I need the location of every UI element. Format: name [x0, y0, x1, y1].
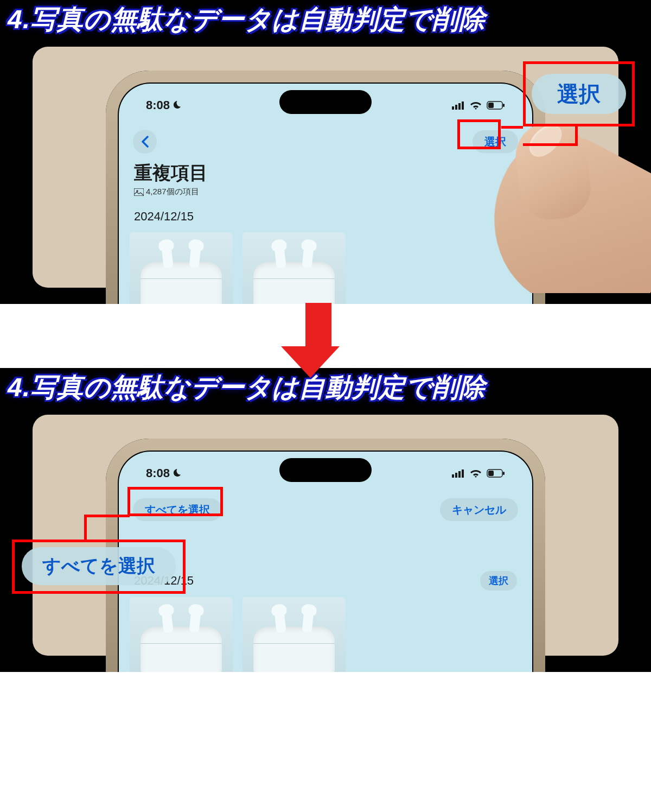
highlight-box-select [457, 119, 501, 149]
photo-thumbnail[interactable] [242, 597, 346, 672]
photo-thumbnail[interactable] [130, 232, 233, 304]
cellular-signal-icon [452, 469, 465, 478]
svg-rect-9 [452, 474, 454, 478]
highlight-box-select-all [127, 487, 223, 516]
connector-line [84, 515, 87, 542]
date-header: 2024/12/15 [134, 210, 194, 224]
photo-thumbnail[interactable] [242, 232, 346, 304]
photo-thumbnails [130, 597, 346, 672]
cellular-signal-icon [452, 101, 465, 110]
row-select-button[interactable]: 選択 [480, 571, 517, 591]
svg-rect-12 [462, 470, 464, 478]
svg-rect-14 [488, 471, 494, 476]
step-heading: 4.写真の無駄なデータは自動判定で削除 [8, 2, 486, 37]
do-not-disturb-icon [173, 468, 184, 479]
arrow-down-icon [297, 303, 340, 378]
connector-line [501, 126, 523, 129]
do-not-disturb-icon [173, 100, 184, 111]
page-title: 重複項目 [134, 161, 208, 186]
status-bar: 8:08 [119, 462, 532, 484]
svg-rect-10 [455, 473, 457, 478]
cancel-button[interactable]: キャンセル [440, 498, 518, 521]
tutorial-step-panel-1: 4.写真の無駄なデータは自動判定で削除 8:08 [0, 0, 651, 304]
svg-rect-3 [462, 101, 464, 110]
svg-rect-7 [134, 188, 144, 196]
svg-rect-5 [488, 103, 494, 108]
wifi-icon [469, 468, 482, 478]
status-bar: 8:08 [119, 94, 532, 116]
callout-box-select [523, 61, 635, 126]
tutorial-step-panel-2: 4.写真の無駄なデータは自動判定で削除 8:08 [0, 368, 651, 672]
connector-line [523, 143, 578, 146]
status-time: 8:08 [146, 98, 170, 112]
connector-line [575, 126, 578, 145]
svg-rect-2 [458, 103, 461, 110]
svg-rect-6 [503, 104, 505, 107]
photos-icon [134, 188, 144, 196]
svg-rect-11 [458, 471, 461, 478]
item-count: 4,287個の項目 [146, 187, 199, 197]
connector-line [84, 515, 130, 517]
battery-icon [487, 469, 505, 478]
photo-thumbnail[interactable] [130, 597, 233, 672]
back-button[interactable] [133, 130, 157, 154]
photo-thumbnails [130, 232, 346, 304]
step-heading: 4.写真の無駄なデータは自動判定で削除 [8, 370, 486, 405]
wifi-icon [469, 100, 482, 110]
svg-point-8 [136, 190, 138, 192]
callout-box-select-all [12, 540, 186, 594]
svg-rect-15 [503, 472, 505, 475]
svg-rect-0 [452, 106, 454, 110]
svg-rect-1 [455, 105, 457, 110]
battery-icon [487, 101, 505, 110]
status-time: 8:08 [146, 466, 170, 480]
finger-pointer [445, 125, 651, 293]
